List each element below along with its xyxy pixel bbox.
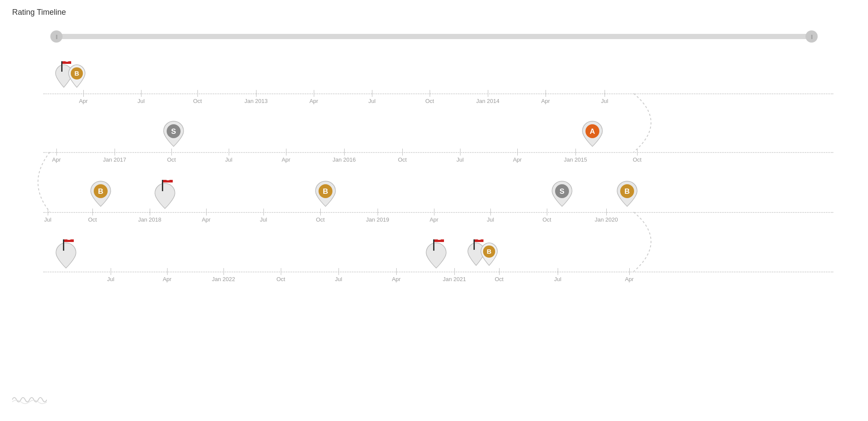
pin-pin-row4-flag2[interactable]: 2 (54, 239, 78, 267)
pin-pin-row4-flag1[interactable]: 1 (424, 239, 448, 267)
tick-row4-5 (396, 268, 397, 275)
pin-pin-row3-B2[interactable]: B (314, 180, 337, 203)
timeline-line-row1 (43, 93, 833, 94)
tick-row1-9 (605, 90, 605, 97)
tick-row4-1 (167, 268, 168, 275)
svg-rect-20 (63, 239, 64, 251)
tick-label-row3-8: Jul (487, 216, 494, 223)
svg-rect-0 (61, 61, 62, 72)
tick-row4-2 (224, 268, 224, 275)
tick-row2-0 (56, 149, 57, 156)
tick-row2-7 (460, 149, 460, 156)
svg-text:1: 1 (166, 180, 170, 182)
tick-row3-0 (48, 209, 48, 215)
pin-pin-row2-S[interactable]: S (162, 120, 185, 143)
tick-label-row1-4: Apr (309, 98, 318, 104)
tick-row1-3 (256, 90, 256, 97)
tick-row4-3 (281, 268, 281, 275)
svg-text:B: B (625, 187, 630, 196)
svg-text:1: 1 (437, 239, 441, 241)
svg-text:B: B (323, 187, 328, 196)
slider-track: || || (56, 34, 812, 39)
tick-label-row1-1: Jul (138, 98, 145, 104)
pin-pin-row3-flag1[interactable]: 1 (153, 180, 177, 208)
tick-row4-4 (339, 268, 339, 275)
pin-pin-row3-S[interactable]: S (550, 180, 574, 203)
tick-row1-7 (488, 90, 488, 97)
tick-row3-9 (547, 209, 547, 215)
tick-row2-4 (286, 149, 286, 156)
svg-text:S: S (559, 187, 564, 196)
tick-label-row3-0: Jul (44, 216, 52, 223)
svg-rect-26 (473, 239, 475, 250)
tick-row3-1 (92, 209, 93, 215)
tick-row2-10 (637, 149, 638, 156)
tick-row2-6 (402, 149, 403, 156)
tick-label-row4-4: Jul (335, 276, 342, 282)
tick-label-row1-9: Jul (601, 98, 608, 104)
pin-pin-row3-B1[interactable]: B (89, 180, 112, 203)
tick-row3-7 (434, 209, 434, 215)
tick-row4-0 (111, 268, 111, 275)
svg-text:B: B (75, 70, 79, 77)
tick-label-row3-10: Jan 2020 (595, 216, 618, 223)
tick-label-row4-1: Apr (163, 276, 171, 282)
tick-row2-9 (575, 149, 576, 156)
tick-row2-2 (171, 149, 172, 156)
tick-row1-2 (197, 90, 198, 97)
tick-label-row2-9: Jan 2015 (564, 156, 587, 163)
tick-label-row1-3: Jan 2013 (244, 98, 268, 104)
tick-row2-5 (344, 149, 345, 156)
tick-label-row2-1: Jan 2017 (103, 156, 126, 163)
tick-row3-8 (490, 209, 491, 215)
tick-label-row1-8: Apr (541, 98, 550, 104)
pin-pin-row2-A[interactable]: A (581, 120, 604, 143)
tick-label-row2-4: Apr (282, 156, 290, 163)
tick-label-row4-6: Jan 2021 (443, 276, 466, 282)
tick-label-row4-2: Jan 2022 (212, 276, 235, 282)
svg-text:S: S (171, 127, 176, 136)
tick-label-row3-5: Oct (316, 216, 325, 223)
waveform-icon (12, 393, 47, 408)
svg-text:B: B (487, 248, 492, 255)
slider-right-icon: || (811, 34, 812, 39)
tick-label-row3-7: Apr (430, 216, 438, 223)
tick-label-row2-8: Apr (513, 156, 522, 163)
slider-left-icon: || (56, 34, 57, 39)
tick-row3-10 (606, 209, 607, 215)
tick-label-row3-1: Oct (88, 216, 97, 223)
tick-label-row1-6: Oct (425, 98, 434, 104)
tick-label-row2-5: Jan 2016 (332, 156, 356, 163)
tick-row3-5 (320, 209, 321, 215)
tick-row3-6 (378, 209, 378, 215)
tick-label-row3-2: Jan 2018 (138, 216, 161, 223)
tick-label-row4-9: Apr (625, 276, 634, 282)
svg-text:A: A (590, 127, 595, 136)
tick-row1-5 (372, 90, 372, 97)
slider-handle-right[interactable]: || (806, 30, 818, 43)
tick-row4-9 (629, 268, 630, 275)
tick-label-row1-2: Oct (193, 98, 202, 104)
timeline-line-row2 (43, 152, 833, 153)
tick-label-row2-2: Oct (167, 156, 176, 163)
tick-label-row4-7: Oct (495, 276, 503, 282)
tick-label-row3-9: Oct (542, 216, 551, 223)
tick-row3-4 (263, 209, 264, 215)
tick-row3-2 (150, 209, 150, 215)
tick-label-row3-3: Apr (202, 216, 210, 223)
svg-text:B: B (98, 187, 103, 196)
tick-label-row4-8: Jul (554, 276, 562, 282)
tick-row1-4 (314, 90, 314, 97)
tick-row4-6 (454, 268, 455, 275)
tick-label-row1-7: Jan 2014 (476, 98, 500, 104)
tick-row1-1 (141, 90, 141, 97)
pin-pin-row3-B3[interactable]: B (615, 180, 639, 203)
svg-text:2: 2 (67, 239, 71, 241)
tick-row2-3 (229, 149, 229, 156)
tick-row1-6 (430, 90, 430, 97)
slider-handle-left[interactable]: || (50, 30, 62, 43)
tick-row3-3 (206, 209, 207, 215)
pin-pin-row1-flag1B[interactable]: 1B (54, 61, 89, 98)
tick-label-row2-0: Apr (52, 156, 61, 163)
pin-pin-row4-B1flag1[interactable]: 1B (467, 239, 501, 276)
